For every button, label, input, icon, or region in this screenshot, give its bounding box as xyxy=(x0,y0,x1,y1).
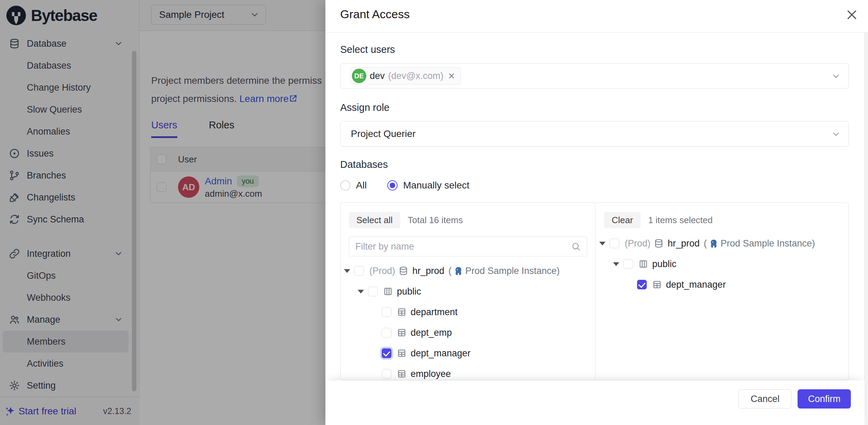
clear-button[interactable]: Clear xyxy=(604,212,641,228)
sidebar-item-branches[interactable]: Branches xyxy=(0,164,131,186)
table-icon xyxy=(397,348,407,358)
sidebar-item-gitops[interactable]: GitOps xyxy=(0,265,131,287)
tree-row-database[interactable]: (Prod) hr_prod ( Prod Sample Instance) xyxy=(596,233,848,254)
checkbox[interactable] xyxy=(354,266,364,276)
logo[interactable]: Bytebase xyxy=(0,0,139,31)
chevron-down-icon xyxy=(114,249,123,258)
checkbox[interactable] xyxy=(382,307,391,317)
modal-header: Grant Access xyxy=(325,0,868,33)
sidebar-item-setting[interactable]: Setting xyxy=(0,375,131,397)
users-icon xyxy=(9,314,20,325)
target-tree: (Prod) hr_prod ( Prod Sample Instance) xyxy=(596,233,848,295)
sidebar-item-manage[interactable]: Manage xyxy=(0,309,131,331)
confirm-button[interactable]: Confirm xyxy=(798,389,851,409)
caret-down-icon[interactable] xyxy=(344,269,354,273)
tree-row-schema[interactable]: public xyxy=(596,254,848,274)
sidebar-item-databases[interactable]: Databases xyxy=(0,55,131,77)
logo-text: Bytebase xyxy=(31,6,97,25)
member-meta: Admin you admin@x.com xyxy=(205,175,262,199)
row-checkbox[interactable] xyxy=(157,182,166,192)
checkbox-checked[interactable] xyxy=(637,280,647,289)
tree-row-table[interactable]: dept_manager xyxy=(341,343,595,364)
sidebar-scrollbar[interactable] xyxy=(132,51,136,391)
role-select[interactable]: Project Querier xyxy=(340,121,849,147)
select-users-label: Select users xyxy=(340,44,395,55)
modal-scrollbar[interactable] xyxy=(864,33,868,425)
sparkle-icon xyxy=(5,405,16,417)
role-value: Project Querier xyxy=(351,128,415,139)
link-icon xyxy=(9,248,20,259)
radio-all[interactable]: All xyxy=(340,180,367,191)
postgresql-icon xyxy=(454,266,463,276)
project-selector[interactable]: Sample Project xyxy=(151,5,266,25)
sidebar-item-activities[interactable]: Activities xyxy=(0,353,131,375)
chevron-down-icon xyxy=(114,39,123,48)
close-icon[interactable] xyxy=(845,8,858,21)
tree-row-database[interactable]: (Prod) hr_prod ( Prod Sample Instance) xyxy=(341,261,595,281)
page-description: Project members determine the permiss pr… xyxy=(151,71,325,108)
avatar: DE xyxy=(352,69,366,83)
changelist-icon xyxy=(9,192,20,203)
bytebase-app: Bytebase Database Databases Change Histo… xyxy=(0,0,868,425)
sidebar-item-database[interactable]: Database xyxy=(0,33,131,55)
transfer-target-panel: Clear 1 items selected (Prod) hr_prod ( … xyxy=(596,203,848,380)
members-tabs: Users Roles xyxy=(151,119,234,138)
members-table: User AD Admin you admin@x.com xyxy=(150,147,325,203)
filter-input[interactable]: Filter by name xyxy=(349,237,587,256)
member-name-link[interactable]: Admin xyxy=(205,176,232,187)
start-free-trial-link[interactable]: Start free trial xyxy=(5,405,76,417)
sidebar: Bytebase Database Databases Change Histo… xyxy=(0,0,140,425)
caret-down-icon[interactable] xyxy=(613,262,623,266)
sidebar-item-sync-schema[interactable]: Sync Schema xyxy=(0,208,131,230)
caret-down-icon[interactable] xyxy=(358,290,368,294)
total-items-label: Total 16 items xyxy=(408,215,463,226)
checkbox[interactable] xyxy=(382,328,391,337)
checkbox[interactable] xyxy=(382,369,391,379)
table-icon xyxy=(652,280,662,289)
select-users-input[interactable]: DE dev (dev@x.com) xyxy=(340,63,849,89)
radio-checked-icon xyxy=(387,180,398,191)
user-column-header: User xyxy=(178,154,197,165)
tab-users[interactable]: Users xyxy=(151,119,177,138)
caret-down-icon[interactable] xyxy=(599,242,610,245)
sidebar-item-integration[interactable]: Integration xyxy=(0,243,131,265)
cancel-button[interactable]: Cancel xyxy=(738,389,791,409)
tree-row-table[interactable]: employee xyxy=(341,364,595,380)
learn-more-link[interactable]: Learn more xyxy=(240,93,298,104)
selected-user-tag: DE dev (dev@x.com) xyxy=(350,67,461,84)
version-label: v2.13.2 xyxy=(103,406,131,416)
select-all-button[interactable]: Select all xyxy=(349,212,400,228)
tree-row-table[interactable]: dept_manager xyxy=(596,274,848,295)
radio-manually-select[interactable]: Manually select xyxy=(387,180,469,191)
tree-row-schema[interactable]: public xyxy=(341,281,595,302)
remove-user-icon[interactable] xyxy=(447,72,456,80)
chevron-down-icon xyxy=(250,10,259,20)
user-email: (dev@x.com) xyxy=(388,71,444,81)
checkbox-checked[interactable] xyxy=(382,348,391,358)
databases-label: Databases xyxy=(340,159,388,170)
user-name: dev xyxy=(370,71,385,81)
tab-roles[interactable]: Roles xyxy=(209,119,234,138)
filter-placeholder: Filter by name xyxy=(355,241,414,252)
select-all-checkbox[interactable] xyxy=(157,154,166,164)
schema-icon xyxy=(383,287,393,296)
sidebar-item-anomalies[interactable]: Anomalies xyxy=(0,120,131,142)
checkbox[interactable] xyxy=(623,259,633,269)
sidebar-item-change-history[interactable]: Change History xyxy=(0,77,131,99)
modal-title: Grant Access xyxy=(340,8,410,21)
sidebar-item-members[interactable]: Members xyxy=(3,331,129,353)
table-icon xyxy=(397,328,407,337)
sidebar-nav: Database Databases Change History Slow Q… xyxy=(0,33,131,397)
you-badge: you xyxy=(237,175,258,187)
sidebar-item-changelists[interactable]: Changelists xyxy=(0,186,131,208)
sidebar-item-webhooks[interactable]: Webhooks xyxy=(0,287,131,309)
assign-role-label: Assign role xyxy=(340,102,389,113)
tree-row-table[interactable]: dept_emp xyxy=(341,322,595,343)
tree-row-table[interactable]: department xyxy=(341,302,595,322)
source-tree: (Prod) hr_prod ( Prod Sample Instance) xyxy=(341,261,595,380)
checkbox[interactable] xyxy=(610,239,619,248)
target-panel-header: Clear 1 items selected xyxy=(604,212,713,228)
checkbox[interactable] xyxy=(368,287,378,296)
sidebar-item-slow-queries[interactable]: Slow Queries xyxy=(0,99,131,120)
sidebar-item-issues[interactable]: Issues xyxy=(0,142,131,164)
